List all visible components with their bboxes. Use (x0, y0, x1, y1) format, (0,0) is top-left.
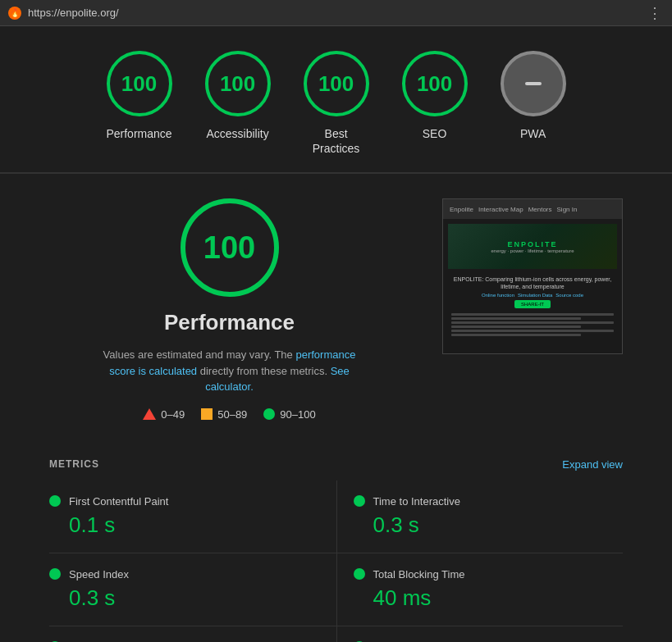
score-pwa: PWA (501, 51, 566, 156)
metric-si-header: Speed Index (49, 568, 304, 581)
metric-si-value: 0.3 s (49, 585, 304, 611)
thumbnail-hero: ENPOLITE energy · power · lifetime · tem… (448, 224, 617, 269)
legend-green-range: 90–100 (280, 408, 315, 421)
metric-si-name: Speed Index (69, 568, 129, 581)
pwa-circle (501, 51, 566, 116)
metric-tbt-value: 40 ms (354, 585, 624, 611)
pwa-label: PWA (520, 126, 546, 141)
metric-fcp-name: First Contentful Paint (69, 495, 168, 508)
legend-yellow: 50–89 (201, 408, 247, 421)
metric-tti-name: Time to Interactive (373, 495, 460, 508)
scores-section: 100 Performance 100 Accessibility 100 Be… (0, 26, 672, 173)
metrics-title: METRICS (49, 458, 99, 470)
thumbnail-links: Online function Simulation Data Source c… (482, 293, 583, 298)
thumbnail-content: Enpolite Interactive Map Mentors Sign In… (443, 199, 622, 353)
metric-tti-dot (354, 495, 365, 507)
red-triangle-icon (143, 408, 156, 420)
legend-yellow-range: 50–89 (217, 408, 247, 421)
yellow-rect-icon (201, 408, 213, 420)
seo-circle: 100 (402, 51, 468, 116)
thumb-link-1: Online function (482, 293, 514, 298)
thumb-nav-map: Interactive Map (478, 206, 523, 213)
favicon-icon: 🔥 (8, 7, 21, 20)
thumbnail-header: Enpolite Interactive Map Mentors Sign In (443, 199, 622, 219)
metric-cls: Cumulative Layout Shift 0.011 (336, 626, 624, 642)
metrics-header: METRICS Expand view (49, 445, 623, 480)
metric-tti-header: Time to Interactive (354, 495, 624, 508)
performance-value: 100 (121, 71, 157, 97)
metric-tti: Time to Interactive 0.3 s (336, 480, 624, 553)
performance-circle: 100 (107, 51, 172, 116)
thumbnail-subtitle: energy · power · lifetime · temperature (491, 248, 574, 253)
metrics-grid: First Contentful Paint 0.1 s Time to Int… (49, 480, 623, 642)
thumb-text-line-5 (451, 330, 614, 332)
metric-fcp-dot (49, 495, 61, 507)
legend-row: 0–49 50–89 90–100 (143, 408, 315, 421)
legend-green: 90–100 (263, 408, 315, 421)
metric-fcp: First Contentful Paint 0.1 s (49, 480, 336, 553)
thumbnail-paper-title: ENPOLITE: Comparing lithium-ion cells ac… (448, 275, 617, 290)
thumb-text-line-4 (451, 326, 581, 328)
site-thumbnail: Enpolite Interactive Map Mentors Sign In… (442, 198, 623, 354)
score-best-practices: 100 BestPractices (304, 51, 369, 156)
best-practices-value: 100 (318, 71, 354, 97)
score-seo: 100 SEO (402, 51, 468, 156)
thumbnail-text-block (448, 312, 617, 339)
metric-fcp-value: 0.1 s (49, 512, 304, 538)
performance-description: Values are estimated and may vary. The p… (90, 347, 369, 395)
best-practices-label: BestPractices (313, 126, 360, 156)
metric-tbt-header: Total Blocking Time (354, 568, 624, 581)
description-text: Values are estimated and may vary. The (103, 348, 293, 361)
score-accessibility: 100 Accessibility (205, 51, 271, 156)
thumbnail-button: SHARE-IT (514, 300, 551, 308)
accessibility-value: 100 (220, 71, 255, 97)
accessibility-circle: 100 (205, 51, 271, 116)
big-performance-value: 100 (203, 230, 255, 266)
thumb-link-3: Source code (555, 293, 583, 298)
expand-view-button[interactable]: Expand view (562, 458, 623, 471)
thumb-text-line-6 (451, 334, 581, 336)
main-content: 100 Performance Values are estimated and… (0, 174, 672, 642)
metric-tbt-name: Total Blocking Time (373, 568, 465, 581)
seo-label: SEO (423, 126, 447, 141)
performance-left: 100 Performance Values are estimated and… (49, 198, 409, 421)
description-suffix: directly from these metrics. (200, 365, 327, 377)
legend-red: 0–49 (143, 408, 185, 421)
thumb-link-2: Simulation Data (518, 293, 552, 298)
thumb-text-line-1 (451, 313, 614, 316)
seo-value: 100 (417, 71, 452, 97)
metric-fcp-header: First Contentful Paint (49, 495, 304, 508)
accessibility-label: Accessibility (206, 126, 268, 141)
best-practices-circle: 100 (304, 51, 369, 116)
metric-tti-value: 0.3 s (354, 512, 624, 538)
metric-tbt: Total Blocking Time 40 ms (336, 553, 624, 626)
url-bar[interactable]: https://enpolite.org/ (28, 7, 119, 19)
performance-title: Performance (164, 310, 295, 335)
performance-overview: 100 Performance Values are estimated and… (49, 198, 623, 421)
performance-label: Performance (106, 126, 171, 141)
thumb-text-line-3 (451, 321, 614, 324)
thumb-text-line-2 (451, 317, 581, 320)
big-performance-circle: 100 (181, 198, 279, 297)
thumb-nav-signin: Sign In (557, 206, 578, 213)
metric-lcp: Largest Contentful Paint 0.1 s (49, 626, 336, 642)
metric-si: Speed Index 0.3 s (49, 553, 336, 626)
browser-menu-icon[interactable]: ⋮ (647, 4, 664, 22)
legend-red-range: 0–49 (161, 408, 185, 421)
metric-tbt-dot (354, 568, 365, 580)
thumbnail-site-name: ENPOLITE (507, 240, 557, 248)
metric-si-dot (49, 568, 61, 580)
thumbnail-body: ENPOLITE energy · power · lifetime · tem… (443, 219, 622, 353)
green-dot-icon (263, 408, 275, 420)
thumb-nav-enpolite: Enpolite (450, 206, 473, 213)
score-performance: 100 Performance (106, 51, 171, 156)
browser-bar: 🔥 https://enpolite.org/ ⋮ (0, 0, 672, 26)
thumb-nav-mentors: Mentors (528, 206, 552, 213)
pwa-dash (525, 82, 542, 85)
